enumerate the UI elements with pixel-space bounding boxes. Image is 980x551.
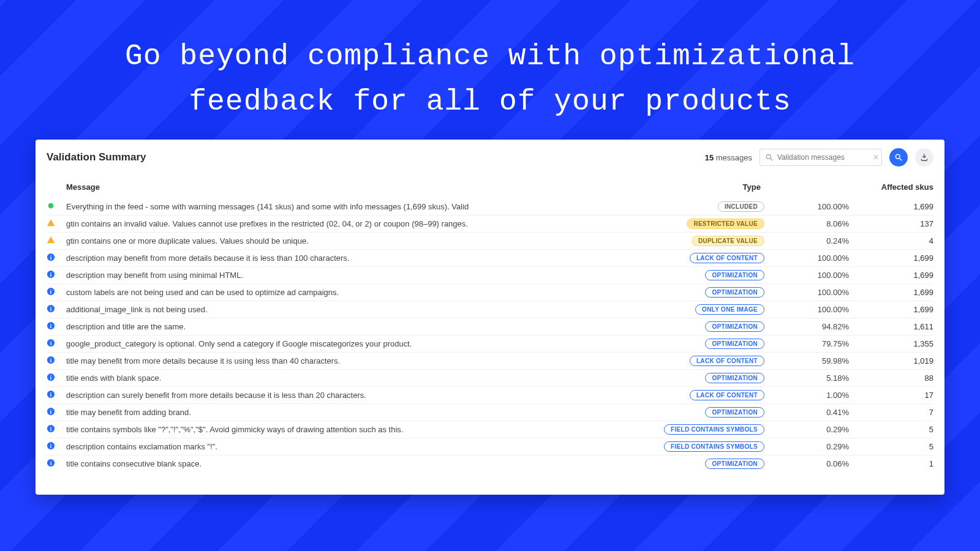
table-row[interactable]: ititle contains consecutive blank space.… (47, 455, 933, 472)
svg-text:i: i (50, 426, 51, 432)
row-message: gtin contains an invalid value. Values c… (66, 219, 662, 228)
row-percent: 94.82% (769, 322, 849, 331)
table-body: Everything in the feed - some with warni… (47, 198, 933, 472)
svg-line-1 (771, 159, 773, 161)
row-type: ONLY ONE IMAGE (666, 304, 764, 315)
info-icon: i (47, 407, 55, 416)
row-icon: i (47, 304, 61, 315)
row-icon: i (47, 287, 61, 298)
row-message: title may benefit from adding brand. (66, 408, 662, 417)
table-row[interactable]: idescription and title are the same.OPTI… (47, 318, 933, 335)
messages-count: 15 messages (705, 153, 752, 162)
table-row[interactable]: idescription contains exclamation marks … (47, 438, 933, 455)
svg-text:i: i (50, 289, 51, 295)
info-icon: i (47, 321, 55, 330)
row-icon (47, 219, 61, 229)
type-badge: OPTIMIZATION (705, 373, 764, 383)
warning-icon (47, 219, 55, 227)
info-icon: i (47, 253, 55, 261)
table-row[interactable]: idescription can surely benefit from mor… (47, 386, 933, 403)
table-row[interactable]: icustom labels are not being used and ca… (47, 283, 933, 301)
row-skus: 4 (854, 236, 933, 246)
row-percent: 0.29% (769, 425, 849, 434)
table-row[interactable]: gtin contains one or more duplicate valu… (47, 232, 933, 249)
svg-text:i: i (50, 255, 51, 261)
table-row[interactable]: Everything in the feed - some with warni… (47, 198, 933, 215)
card-title: Validation Summary (47, 151, 146, 163)
row-percent: 8.06% (769, 219, 849, 228)
table-row[interactable]: ititle may benefit from more details bec… (47, 352, 933, 369)
row-type: FIELD CONTAINS SYMBOLS (666, 441, 764, 452)
info-icon: i (47, 441, 55, 450)
table-row[interactable]: ititle contains symbols like "?","!","%"… (47, 421, 933, 438)
row-message: title contains consecutive blank space. (66, 459, 662, 468)
table-row[interactable]: ititle ends with blank space.OPTIMIZATIO… (47, 369, 933, 386)
row-message: description may benefit from more detail… (66, 253, 662, 263)
info-icon: i (47, 459, 55, 467)
search-button[interactable] (889, 148, 908, 167)
row-type: OPTIMIZATION (666, 287, 764, 298)
row-icon: i (47, 321, 61, 332)
row-icon (47, 236, 61, 246)
table-row[interactable]: gtin contains an invalid value. Values c… (47, 215, 933, 232)
row-percent: 100.00% (769, 271, 849, 280)
row-icon: i (47, 441, 61, 452)
svg-text:i: i (50, 323, 51, 329)
download-button[interactable] (915, 148, 933, 167)
type-badge: LACK OF CONTENT (690, 356, 764, 366)
row-icon: i (47, 270, 61, 280)
type-badge: OPTIMIZATION (705, 459, 764, 469)
type-badge: INCLUDED (718, 201, 764, 212)
column-message: Message (66, 182, 662, 192)
row-message: additional_image_link is not being used. (66, 305, 662, 314)
row-icon (47, 201, 61, 212)
hero-line-1: Go beyond compliance with optimizational (0, 34, 980, 79)
hero-heading: Go beyond compliance with optimizational… (0, 0, 980, 125)
table-row[interactable]: igoogle_product_category is optional. On… (47, 335, 933, 352)
svg-point-2 (895, 154, 900, 159)
row-type: OPTIMIZATION (666, 407, 764, 418)
row-skus: 7 (854, 408, 933, 417)
table-row[interactable]: idescription may benefit from more detai… (47, 249, 933, 266)
row-skus: 1,699 (854, 288, 933, 297)
row-icon: i (47, 407, 61, 418)
svg-text:i: i (50, 306, 51, 312)
type-badge: RESTRICTED VALUE (687, 219, 764, 229)
row-percent: 5.18% (769, 373, 849, 383)
warning-icon (47, 236, 55, 244)
header-right: 15 messages ✕ (705, 148, 933, 167)
search-input-wrapper[interactable]: ✕ (760, 149, 882, 166)
row-skus: 1,699 (854, 253, 933, 263)
row-type: OPTIMIZATION (666, 321, 764, 332)
row-type: INCLUDED (666, 201, 764, 212)
row-skus: 17 (854, 391, 933, 400)
card-header: Validation Summary 15 messages ✕ (47, 148, 933, 167)
row-skus: 1,699 (854, 202, 933, 211)
search-input[interactable] (777, 153, 869, 162)
row-message: gtin contains one or more duplicate valu… (66, 236, 662, 246)
info-icon: i (47, 287, 55, 296)
table-header: Message Type Affected skus (47, 179, 933, 198)
row-skus: 1,355 (854, 339, 933, 348)
type-badge: OPTIMIZATION (705, 287, 764, 298)
clear-search-icon[interactable]: ✕ (873, 153, 879, 162)
row-skus: 1,699 (854, 271, 933, 280)
info-icon: i (47, 356, 55, 364)
row-skus: 1,611 (854, 322, 933, 331)
svg-text:i: i (50, 375, 51, 381)
row-icon: i (47, 356, 61, 366)
row-icon: i (47, 459, 61, 469)
table-row[interactable]: iadditional_image_link is not being used… (47, 301, 933, 318)
messages-count-label: messages (716, 153, 752, 162)
row-type: RESTRICTED VALUE (666, 219, 764, 229)
row-percent: 0.41% (769, 408, 849, 417)
table-row[interactable]: idescription may benefit from using mini… (47, 266, 933, 283)
info-icon: i (47, 424, 55, 433)
info-icon: i (47, 390, 55, 399)
svg-text:i: i (50, 340, 51, 347)
row-type: OPTIMIZATION (666, 459, 764, 469)
row-message: description may benefit from using minim… (66, 271, 662, 280)
row-icon: i (47, 339, 61, 349)
table-row[interactable]: ititle may benefit from adding brand.OPT… (47, 403, 933, 421)
info-icon: i (47, 270, 55, 279)
